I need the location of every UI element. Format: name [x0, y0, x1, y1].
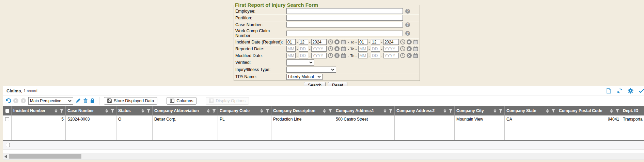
row-checkbox[interactable] [5, 117, 9, 121]
column-header-status[interactable]: Status [116, 106, 153, 115]
sort-icon[interactable] [493, 109, 497, 113]
calendar-icon[interactable] [413, 39, 418, 44]
refresh-icon[interactable] [617, 88, 623, 94]
reported-to-year-input[interactable] [383, 46, 399, 52]
modified-to-day-input[interactable] [371, 53, 380, 58]
calendar-icon[interactable] [341, 39, 346, 44]
checkmark-icon[interactable] [639, 88, 644, 94]
clock-icon[interactable] [400, 39, 405, 44]
filter-funnel-icon[interactable] [111, 109, 114, 113]
settings-gear-icon[interactable] [628, 88, 633, 94]
help-icon[interactable]: ? [405, 9, 410, 14]
incident-from-day-input[interactable] [299, 39, 308, 45]
perspective-select[interactable]: Main Perspective [28, 97, 73, 105]
reported-to-day-input[interactable] [371, 46, 380, 52]
column-header-company-city[interactable]: Company City [455, 106, 505, 115]
filter-funnel-icon[interactable] [212, 109, 216, 113]
select-all-checkbox[interactable] [5, 109, 9, 113]
tpa-name-select[interactable]: Liberty Mutual [286, 74, 323, 80]
reported-to-month-input[interactable] [358, 46, 367, 52]
modified-from-day-input[interactable] [299, 53, 308, 58]
column-header-company-postal-code[interactable]: Company Postal Code [557, 106, 621, 115]
clock-icon[interactable] [328, 53, 333, 58]
incident-to-day-input[interactable] [371, 39, 380, 45]
clear-date-icon[interactable] [407, 46, 412, 51]
clock-icon[interactable] [400, 46, 405, 51]
reported-from-day-input[interactable] [299, 46, 308, 52]
modified-from-month-input[interactable] [286, 53, 296, 58]
employee-input[interactable] [286, 8, 403, 14]
sort-icon[interactable] [207, 109, 210, 113]
calendar-icon[interactable] [413, 46, 418, 51]
incident-from-year-input[interactable] [311, 39, 327, 45]
sort-icon[interactable] [610, 109, 613, 113]
help-icon[interactable]: ? [405, 31, 410, 36]
reported-from-year-input[interactable] [311, 46, 327, 52]
incident-to-month-input[interactable] [358, 39, 367, 45]
store-displayed-data-button[interactable]: Store Displayed Data [104, 97, 157, 105]
clock-icon[interactable] [400, 53, 405, 58]
sort-icon[interactable] [383, 109, 387, 113]
filter-funnel-icon[interactable] [266, 109, 269, 113]
delete-trash-icon[interactable] [83, 98, 88, 103]
horizontal-scrollbar[interactable] [3, 153, 644, 160]
column-header-company-state[interactable]: Company State [505, 106, 557, 115]
edit-pencil-icon[interactable] [76, 98, 81, 103]
sort-icon[interactable] [54, 109, 58, 113]
column-header-dept-id[interactable]: Dept. ID [621, 106, 644, 115]
employee-label: Employee: [235, 9, 286, 14]
injury-type-select[interactable] [286, 67, 336, 73]
filter-funnel-icon[interactable] [328, 109, 332, 113]
sort-icon[interactable] [546, 109, 549, 113]
clock-icon[interactable] [328, 46, 333, 51]
sort-icon[interactable] [105, 109, 108, 113]
filter-funnel-icon[interactable] [60, 109, 64, 113]
calendar-icon[interactable] [413, 53, 418, 58]
filter-funnel-icon[interactable] [499, 109, 503, 113]
sort-icon[interactable] [141, 109, 144, 113]
modified-to-year-input[interactable] [383, 53, 399, 58]
sort-icon[interactable] [323, 109, 326, 113]
sort-icon[interactable] [260, 109, 263, 113]
reported-from-month-input[interactable] [286, 46, 296, 52]
filter-funnel-icon[interactable] [449, 109, 453, 113]
calendar-icon[interactable] [341, 53, 346, 58]
column-header-company-description[interactable]: Company Description [271, 106, 334, 115]
incident-to-year-input[interactable] [383, 39, 399, 45]
column-header-company-code[interactable]: Company Code [218, 106, 271, 115]
new-document-icon[interactable] [606, 88, 612, 94]
verified-select[interactable] [286, 59, 314, 66]
calendar-icon[interactable] [341, 46, 346, 51]
filter-funnel-icon[interactable] [147, 109, 151, 113]
incident-from-month-input[interactable] [286, 39, 296, 45]
sort-icon[interactable] [443, 109, 446, 113]
column-header-case-number[interactable]: Case Number [66, 106, 116, 115]
column-header-incident-number[interactable]: Incident Number [12, 106, 66, 115]
clear-date-icon[interactable] [407, 53, 412, 58]
column-header-company-abbreviation[interactable]: Company Abbreviation [153, 106, 218, 115]
filter-funnel-icon[interactable] [551, 109, 555, 113]
clear-date-icon[interactable] [334, 46, 340, 51]
partition-input[interactable] [286, 15, 403, 21]
case-number-input[interactable] [286, 22, 403, 28]
modified-from-year-input[interactable] [311, 53, 327, 58]
lock-icon[interactable] [90, 98, 95, 103]
select-all-header-cell[interactable] [3, 106, 12, 115]
scroll-left-arrow-icon[interactable] [4, 155, 7, 158]
help-icon[interactable]: ? [405, 22, 410, 27]
clear-date-icon[interactable] [334, 53, 340, 58]
scrollbar-thumb[interactable] [9, 154, 81, 159]
footer-checkbox[interactable] [6, 143, 10, 147]
modified-to-month-input[interactable] [358, 53, 367, 58]
clock-icon[interactable] [328, 39, 333, 44]
columns-button[interactable]: Columns [167, 97, 197, 105]
filter-funnel-icon[interactable] [389, 109, 393, 113]
clear-date-icon[interactable] [407, 39, 412, 44]
grid-data-row[interactable]: 5S2024-0003OBetter Corp.PLProduction Lin… [3, 115, 644, 141]
undo-icon[interactable] [5, 98, 11, 104]
clear-date-icon[interactable] [334, 39, 340, 44]
work-comp-input[interactable] [286, 31, 403, 36]
column-header-company-address1[interactable]: Company Address1 [334, 106, 395, 115]
filter-funnel-icon[interactable] [615, 109, 619, 113]
column-header-company-address2[interactable]: Company Address2 [395, 106, 455, 115]
